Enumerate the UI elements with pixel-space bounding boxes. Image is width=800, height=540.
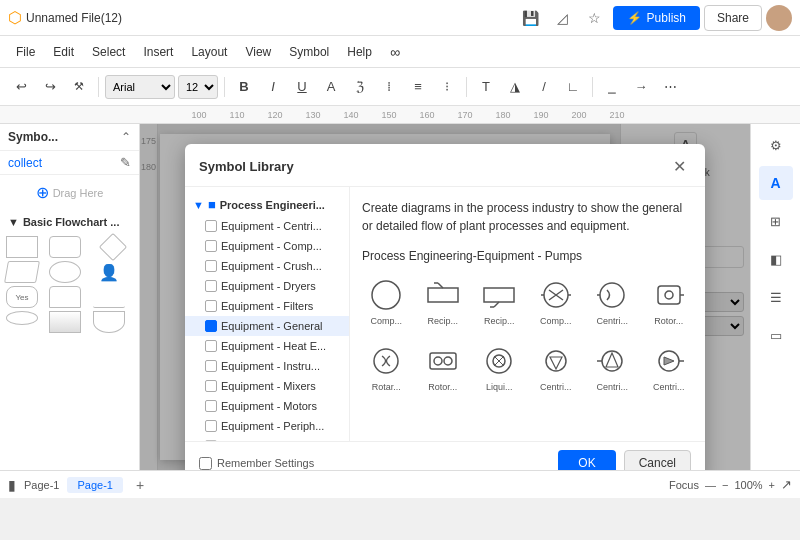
copy-icon[interactable]: ◿ [549, 4, 577, 32]
user-avatar[interactable] [766, 5, 792, 31]
publish-button[interactable]: ⚡ Publish [613, 6, 700, 30]
text-button[interactable]: T [473, 74, 499, 100]
save-icon[interactable]: 💾 [517, 4, 545, 32]
toolbar-sep-2 [224, 77, 225, 97]
remember-settings-checkbox[interactable]: Remember Settings [199, 457, 314, 470]
align-center-button[interactable]: ≡ [405, 74, 431, 100]
connector-button[interactable]: ∟ [560, 74, 586, 100]
tree-item-3[interactable]: Equipment - Dryers [185, 276, 349, 296]
right-panel-frame-icon[interactable]: ▭ [759, 318, 793, 352]
right-panel-text-icon[interactable]: A [759, 166, 793, 200]
shape-curly[interactable] [6, 311, 38, 325]
menu-layout[interactable]: Layout [183, 41, 235, 63]
line-style-button[interactable]: ⎯ [599, 74, 625, 100]
shape-rectangle[interactable] [6, 236, 38, 258]
symbol-recip1[interactable]: Recip... [419, 273, 468, 331]
tree-item-2[interactable]: Equipment - Crush... [185, 256, 349, 276]
cancel-button[interactable]: Cancel [624, 450, 691, 470]
page-tab[interactable]: Page-1 [67, 477, 122, 493]
right-panel-layers-icon[interactable]: ◧ [759, 242, 793, 276]
canvas-area[interactable]: 175 180 A Watermark 297 mm 297 Lands... … [140, 124, 750, 470]
drag-here-area[interactable]: ⊕ Drag Here [0, 175, 139, 210]
font-family-select[interactable]: Arial [105, 75, 175, 99]
dialog-close-button[interactable]: ✕ [667, 154, 691, 178]
menu-edit[interactable]: Edit [45, 41, 82, 63]
right-icon-panel: ⚙ A ⊞ ◧ ☰ ▭ [750, 124, 800, 470]
shape-parallelogram[interactable] [4, 261, 40, 283]
list-button[interactable]: ⁝ [434, 74, 460, 100]
star-icon[interactable]: ☆ [581, 4, 609, 32]
tree-item-8[interactable]: Equipment - Mixers [185, 376, 349, 396]
right-panel-grid-icon[interactable]: ⊞ [759, 204, 793, 238]
menu-insert[interactable]: Insert [135, 41, 181, 63]
tree-item-6[interactable]: Equipment - Heat E... [185, 336, 349, 356]
symbol-comp[interactable]: Comp... [362, 273, 411, 331]
font-size-select[interactable]: 12 [178, 75, 218, 99]
menu-file[interactable]: File [8, 41, 43, 63]
tree-item-0[interactable]: Equipment - Centri... [185, 216, 349, 236]
share-button[interactable]: Share [704, 5, 762, 31]
section-arrow-icon: ▼ [8, 216, 19, 228]
ok-button[interactable]: OK [558, 450, 615, 470]
tree-item-7[interactable]: Equipment - Instru... [185, 356, 349, 376]
menu-symbol[interactable]: Symbol [281, 41, 337, 63]
align-left-button[interactable]: ⁞ [376, 74, 402, 100]
tree-item-10[interactable]: Equipment - Periph... [185, 416, 349, 436]
symbol-icon-compressor [536, 277, 576, 313]
tree-item-9[interactable]: Equipment - Motors [185, 396, 349, 416]
panel-collapse-icon[interactable]: ⌃ [121, 130, 131, 144]
symbol-centri3[interactable]: Centri... [588, 339, 637, 397]
collect-edit-icon[interactable]: ✎ [120, 155, 131, 170]
shape-rounded-rect[interactable] [49, 236, 81, 258]
more-button[interactable]: ⋯ [657, 74, 683, 100]
shape-person[interactable]: 👤 [93, 261, 125, 283]
remember-checkbox[interactable] [199, 457, 212, 470]
zoom-out-button[interactable]: − [722, 479, 728, 491]
shape-diamond[interactable] [99, 233, 127, 261]
menu-help[interactable]: Help [339, 41, 380, 63]
italic-button[interactable]: I [260, 74, 286, 100]
shape-oval[interactable] [49, 261, 81, 283]
symbol-rotary[interactable]: Rotar... [362, 339, 411, 397]
tree-checkbox [205, 280, 217, 292]
basic-flowchart-section[interactable]: ▼ Basic Flowchart ... [0, 210, 139, 232]
format-button[interactable]: ⚒ [66, 74, 92, 100]
fill-button[interactable]: ◮ [502, 74, 528, 100]
dialog-footer: Remember Settings OK Cancel [185, 441, 705, 470]
shape-yes-no[interactable]: Yes [6, 286, 38, 308]
tree-root[interactable]: ▼ ■ Process Engineeri... [185, 193, 349, 216]
shape-cylinder[interactable] [49, 286, 81, 308]
symbol-rotor2[interactable]: Rotor... [419, 339, 468, 397]
symbol-centri4[interactable]: Centri... [645, 339, 694, 397]
font-color-button[interactable]: A [318, 74, 344, 100]
bold-button[interactable]: B [231, 74, 257, 100]
tree-item-5[interactable]: Equipment - General [185, 316, 349, 336]
symbol-centri2[interactable]: Centri... [532, 339, 581, 397]
right-panel-settings-icon[interactable]: ⚙ [759, 128, 793, 162]
add-page-button[interactable]: + [131, 476, 149, 494]
shape-bowl[interactable] [93, 311, 125, 333]
redo-button[interactable]: ↪ [37, 74, 63, 100]
line-button[interactable]: / [531, 74, 557, 100]
symbol-liquid[interactable]: Liqui... [475, 339, 524, 397]
shape-wave[interactable] [93, 286, 125, 308]
symbol-recip2[interactable]: Recip... [475, 273, 524, 331]
menu-extra[interactable]: ∞ [382, 40, 408, 64]
symbol-rotor[interactable]: Rotor... [645, 273, 694, 331]
symbol-label: Recip... [427, 316, 458, 327]
arrow-button[interactable]: → [628, 74, 654, 100]
symbol-centri[interactable]: Centri... [588, 273, 637, 331]
menu-view[interactable]: View [237, 41, 279, 63]
tree-item-4[interactable]: Equipment - Filters [185, 296, 349, 316]
zoom-in-button[interactable]: + [769, 479, 775, 491]
symbol-compressor[interactable]: Comp... [532, 273, 581, 331]
right-panel-list-icon[interactable]: ☰ [759, 280, 793, 314]
undo-button[interactable]: ↩ [8, 74, 34, 100]
shape-trapezoid[interactable] [49, 311, 81, 333]
underline-button[interactable]: U [289, 74, 315, 100]
menu-select[interactable]: Select [84, 41, 133, 63]
tree-item-11[interactable]: Equipment - P... [185, 436, 349, 441]
tree-item-1[interactable]: Equipment - Comp... [185, 236, 349, 256]
font-style-button[interactable]: ℨ [347, 74, 373, 100]
fit-button[interactable]: ↗ [781, 477, 792, 492]
